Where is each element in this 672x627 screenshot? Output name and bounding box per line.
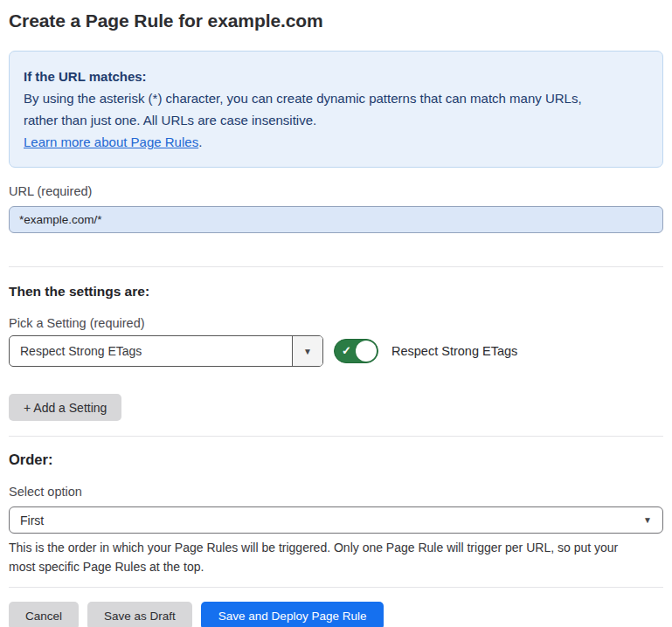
link-period: . xyxy=(198,134,202,149)
order-select-value: First xyxy=(20,513,44,527)
settings-heading: Then the settings are: xyxy=(9,284,663,300)
order-select[interactable]: First ▼ xyxy=(9,506,663,534)
learn-more-link[interactable]: Learn more about Page Rules xyxy=(24,134,198,149)
section-divider-1 xyxy=(9,266,663,267)
order-help-text: This is the order in which your Page Rul… xyxy=(9,539,663,576)
check-icon: ✓ xyxy=(342,345,351,356)
footer-buttons: Cancel Save as Draft Save and Deploy Pag… xyxy=(9,602,663,627)
add-setting-button[interactable]: + Add a Setting xyxy=(9,394,121,421)
info-link-row: Learn more about Page Rules. xyxy=(24,131,648,153)
page-rule-form: Create a Page Rule for example.com If th… xyxy=(0,0,672,627)
cancel-button[interactable]: Cancel xyxy=(9,602,79,627)
info-box-heading: If the URL matches: xyxy=(24,65,648,87)
toggle-knob xyxy=(356,341,377,362)
setting-select-value: Respect Strong ETags xyxy=(10,336,292,366)
etags-toggle[interactable]: ✓ xyxy=(334,339,378,363)
url-match-info-box: If the URL matches: By using the asteris… xyxy=(9,51,663,168)
url-input[interactable] xyxy=(9,206,663,233)
footer-divider xyxy=(9,587,663,588)
section-divider-2 xyxy=(9,436,663,437)
info-box-body-line1: By using the asterisk (*) character, you… xyxy=(24,87,648,109)
save-draft-button[interactable]: Save as Draft xyxy=(87,602,192,627)
setting-row: Respect Strong ETags ▼ ✓ Respect Strong … xyxy=(9,335,663,367)
url-label: URL (required) xyxy=(9,184,663,199)
page-title: Create a Page Rule for example.com xyxy=(9,0,663,32)
setting-select[interactable]: Respect Strong ETags ▼ xyxy=(9,335,323,367)
save-deploy-button[interactable]: Save and Deploy Page Rule xyxy=(201,602,384,627)
toggle-label: Respect Strong ETags xyxy=(391,344,517,358)
select-option-label: Select option xyxy=(9,485,663,500)
chevron-down-icon: ▼ xyxy=(643,515,652,525)
order-heading: Order: xyxy=(9,451,663,468)
info-box-body-line2: rather than just one. All URLs are case … xyxy=(24,109,648,131)
pick-setting-label: Pick a Setting (required) xyxy=(9,316,663,331)
chevron-down-icon[interactable]: ▼ xyxy=(292,336,322,366)
order-help-line1: This is the order in which your Page Rul… xyxy=(9,539,663,558)
order-help-line2: most specific Page Rules at the top. xyxy=(9,558,663,577)
